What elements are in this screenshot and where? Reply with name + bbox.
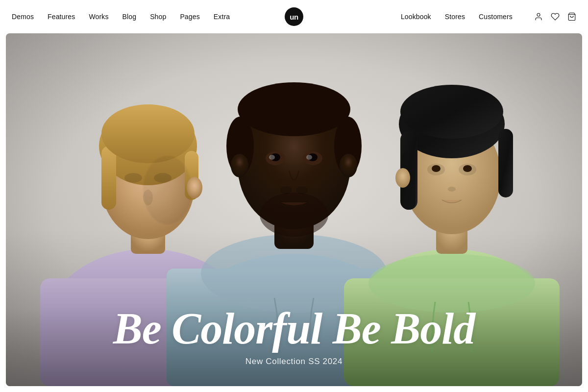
nav-item-pages[interactable]: Pages: [180, 13, 199, 21]
nav-item-stores[interactable]: Stores: [445, 13, 465, 21]
account-icon[interactable]: [534, 12, 543, 21]
nav-right: Lookbook Stores Customers: [401, 12, 576, 21]
site-logo[interactable]: un: [285, 7, 303, 26]
svg-point-16: [187, 177, 202, 198]
nav-item-lookbook[interactable]: Lookbook: [401, 13, 431, 21]
nav-item-shop[interactable]: Shop: [150, 13, 166, 21]
nav-item-features[interactable]: Features: [48, 13, 75, 21]
nav-item-works[interactable]: Works: [89, 13, 108, 21]
hero-background: Be Colorful Be Bold New Collection SS 20…: [6, 33, 582, 386]
svg-point-13: [124, 173, 142, 183]
svg-point-30: [269, 155, 275, 160]
nav-left: Demos Features Works Blog Shop Pages Ext…: [12, 13, 230, 21]
svg-point-51: [395, 168, 410, 188]
hero-text: Be Colorful Be Bold New Collection SS 20…: [6, 307, 582, 386]
svg-point-15: [143, 190, 153, 205]
svg-point-48: [432, 165, 441, 172]
svg-point-22: [238, 82, 350, 136]
nav-right-links: Lookbook Stores Customers: [401, 13, 513, 21]
navbar: Demos Features Works Blog Shop Pages Ext…: [0, 0, 588, 33]
svg-point-12: [143, 156, 192, 224]
svg-point-35: [340, 154, 357, 177]
svg-point-11: [101, 104, 195, 163]
nav-item-customers[interactable]: Customers: [479, 13, 513, 21]
wishlist-icon[interactable]: [551, 12, 560, 21]
hero-title: Be Colorful Be Bold: [6, 307, 582, 351]
nav-icons: [534, 12, 576, 21]
svg-point-14: [154, 173, 172, 183]
svg-point-0: [537, 13, 540, 16]
svg-rect-43: [498, 129, 513, 197]
svg-point-34: [231, 154, 248, 177]
svg-point-44: [400, 85, 503, 139]
nav-item-blog[interactable]: Blog: [122, 13, 137, 21]
hero-subtitle: New Collection SS 2024: [6, 357, 582, 367]
svg-rect-9: [101, 146, 116, 210]
svg-point-32: [280, 186, 292, 194]
cart-icon[interactable]: [567, 12, 576, 21]
svg-point-49: [463, 165, 472, 172]
svg-point-50: [448, 187, 456, 192]
nav-item-extra[interactable]: Extra: [214, 13, 230, 21]
hero-section: Be Colorful Be Bold New Collection SS 20…: [6, 33, 582, 386]
svg-point-31: [306, 155, 312, 160]
svg-point-33: [296, 186, 308, 194]
nav-item-demos[interactable]: Demos: [12, 13, 34, 21]
